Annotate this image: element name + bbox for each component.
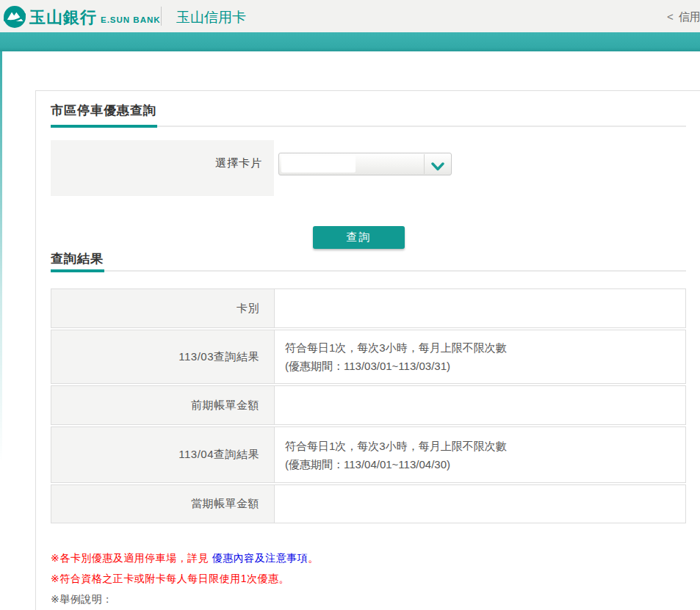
- content-panel: 市區停車優惠查詢 選擇卡片 查詢 查詢結果 卡別 113/03查詢結果 符合每日…: [35, 90, 700, 610]
- table-row: 當期帳單金額: [51, 484, 686, 523]
- left-edge-accent: [0, 51, 2, 462]
- footnote-parking-terms: ※各卡別優惠及適用停車場，詳見 優惠內容及注意事項。: [51, 552, 319, 565]
- chevron-down-icon: [431, 161, 444, 170]
- chevron-left-icon: <: [667, 10, 674, 23]
- back-link[interactable]: <信用: [667, 0, 700, 32]
- row-value: 符合每日1次，每次3小時，每月上限不限次數 (優惠期間：113/04/01~11…: [275, 427, 685, 482]
- card-select-dropdown[interactable]: [278, 153, 452, 175]
- footnote-period: 。: [308, 552, 319, 564]
- row-label: 113/04查詢結果: [51, 427, 275, 482]
- card-select-value: [281, 156, 356, 173]
- table-row: 前期帳單金額: [51, 385, 686, 425]
- site-title: 玉山信用卡: [176, 0, 246, 32]
- row-value-line1: 符合每日1次，每次3小時，每月上限不限次數: [285, 437, 685, 455]
- top-header: 玉山銀行E.SUN BANK 玉山信用卡 <信用: [0, 0, 700, 32]
- terms-link[interactable]: 優惠內容及注意事項: [212, 552, 308, 564]
- table-row: 113/04查詢結果 符合每日1次，每次3小時，每月上限不限次數 (優惠期間：1…: [51, 426, 686, 483]
- row-value-line1: 符合每日1次，每次3小時，每月上限不限次數: [285, 338, 685, 357]
- select-divider: [424, 154, 425, 174]
- row-value-line2: (優惠期間：113/04/01~113/04/30): [285, 455, 685, 473]
- footnote-text: ※各卡別優惠及適用停車場，詳見: [51, 552, 212, 564]
- row-value: 符合每日1次，每次3小時，每月上限不限次數 (優惠期間：113/03/01~11…: [275, 330, 685, 383]
- teal-nav-bar: [0, 32, 700, 51]
- footnote-eligibility: ※符合資格之正卡或附卡每人每日限使用1次優惠。: [51, 573, 289, 586]
- row-label: 當期帳單金額: [51, 485, 275, 523]
- title-underline: [51, 125, 686, 128]
- query-button[interactable]: 查詢: [313, 226, 405, 249]
- results-underline: [51, 269, 686, 272]
- header-divider: [161, 7, 162, 26]
- brand-name-en: E.SUN BANK: [101, 15, 161, 24]
- back-link-label: 信用: [679, 10, 700, 23]
- results-table: 卡別 113/03查詢結果 符合每日1次，每次3小時，每月上限不限次數 (優惠期…: [51, 288, 686, 525]
- results-title: 查詢結果: [51, 250, 104, 267]
- row-value: [275, 386, 685, 424]
- brand-name-zh: 玉山銀行: [29, 8, 97, 26]
- select-card-form: 選擇卡片: [51, 140, 274, 196]
- table-row: 卡別: [51, 288, 686, 328]
- row-label: 卡別: [51, 289, 275, 327]
- row-value-line2: (優惠期間：113/03/01~113/03/31): [285, 357, 685, 375]
- row-label: 前期帳單金額: [51, 386, 275, 424]
- brand-logo[interactable]: 玉山銀行E.SUN BANK: [29, 0, 161, 32]
- row-label: 113/03查詢結果: [51, 330, 275, 383]
- select-card-label: 選擇卡片: [215, 156, 262, 170]
- row-value: [275, 485, 685, 523]
- table-row: 113/03查詢結果 符合每日1次，每次3小時，每月上限不限次數 (優惠期間：1…: [51, 330, 686, 384]
- esun-mountain-icon: [4, 6, 26, 28]
- page-title: 市區停車優惠查詢: [51, 102, 156, 119]
- footnote-example: ※舉例說明：: [51, 593, 113, 606]
- row-value: [275, 289, 685, 327]
